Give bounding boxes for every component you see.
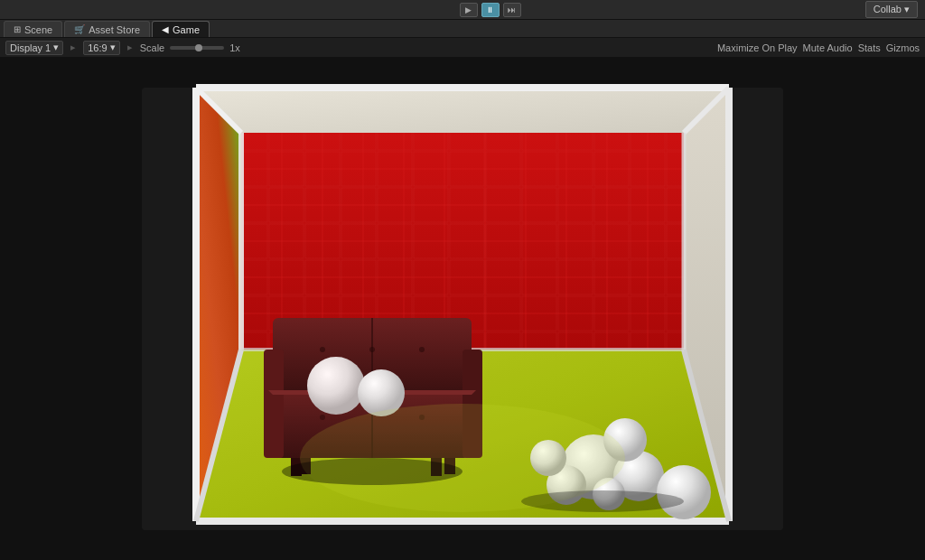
game-tab-label: Game (173, 24, 200, 35)
mute-audio-button[interactable]: Mute Audio (803, 42, 853, 53)
asset-store-tab-icon: 🛒 (74, 24, 85, 34)
svg-point-61 (657, 465, 711, 519)
title-bar: ▶ ⏸ ⏭ Collab ▾ (0, 0, 925, 20)
game-tab-icon: ◀ (162, 24, 169, 34)
svg-point-64 (282, 458, 462, 485)
pause-button[interactable]: ⏸ (481, 3, 500, 17)
gizmos-button[interactable]: Gizmos (886, 42, 920, 53)
stats-button[interactable]: Stats (858, 42, 881, 53)
toolbar-sep-1: ▸ (70, 42, 76, 53)
game-viewport (0, 58, 925, 560)
scene-svg (124, 79, 801, 539)
svg-rect-44 (264, 350, 284, 458)
scale-label: Scale (140, 42, 165, 53)
toolbar-right: Maximize On Play Mute Audio Stats Gizmos (717, 42, 920, 53)
tab-asset-store[interactable]: 🛒 Asset Store (64, 21, 150, 37)
display-label: Display 1 (10, 42, 51, 53)
dropdown-arrow-icon: ▾ (53, 42, 59, 53)
collab-area: Collab ▾ (865, 1, 918, 18)
tab-game[interactable]: ◀ Game (152, 21, 210, 37)
scene-container (124, 79, 801, 539)
scale-value: 1x (229, 42, 240, 53)
scene-tab-icon: ⊞ (14, 24, 21, 34)
toolbar: Display 1 ▾ ▸ 16:9 ▾ ▸ Scale 1x Maximize… (0, 38, 925, 58)
svg-marker-23 (196, 88, 729, 133)
step-button[interactable]: ⏭ (503, 3, 521, 17)
tab-bar: ⊞ Scene 🛒 Asset Store ◀ Game (0, 20, 925, 38)
svg-point-53 (307, 357, 365, 415)
display-dropdown[interactable]: Display 1 ▾ (5, 41, 63, 55)
collab-button[interactable]: Collab ▾ (865, 1, 918, 18)
svg-point-47 (320, 347, 325, 352)
aspect-label: 16:9 (88, 42, 107, 53)
maximize-on-play-button[interactable]: Maximize On Play (717, 42, 798, 53)
asset-store-tab-label: Asset Store (89, 24, 140, 35)
svg-point-65 (521, 490, 684, 512)
svg-point-49 (419, 347, 425, 352)
playback-controls: ▶ ⏸ ⏭ (460, 3, 521, 17)
scene-tab-label: Scene (24, 24, 52, 35)
tab-scene[interactable]: ⊞ Scene (4, 21, 62, 37)
toolbar-sep-2: ▸ (127, 42, 133, 53)
svg-point-48 (369, 347, 375, 352)
aspect-arrow-icon: ▾ (110, 42, 116, 53)
svg-point-50 (320, 415, 325, 420)
scale-slider-track[interactable] (170, 46, 224, 50)
aspect-dropdown[interactable]: 16:9 ▾ (83, 41, 119, 55)
play-button[interactable]: ▶ (460, 3, 478, 17)
